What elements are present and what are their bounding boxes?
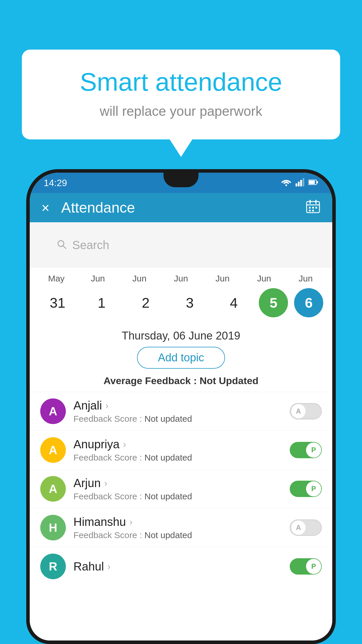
speech-bubble: Smart attendance will replace your paper… [22,50,340,139]
svg-rect-16 [312,210,314,211]
avatar-last: R [40,554,66,579]
battery-icon [308,179,318,187]
app-title: Attendance [61,199,305,216]
feedback-value-anupriya: Not updated [144,453,192,462]
chevron-right-icon: › [106,400,109,411]
svg-rect-14 [315,207,317,209]
wifi-icon [281,178,291,188]
student-info-anupriya: Anupriya › Feedback Score : Not updated [73,438,282,463]
student-info-anjali: Anjali › Feedback Score : Not updated [73,399,282,424]
svg-rect-4 [303,178,304,186]
calendar-dates: 31 1 2 3 4 5 6 [36,285,326,320]
chevron-right-icon: › [108,561,111,572]
cal-date-6[interactable]: 6 [294,288,323,317]
chevron-right-icon: › [129,517,133,527]
student-info-arjun: Arjun › Feedback Score : Not updated [73,477,282,501]
chevron-right-icon: › [104,478,107,489]
feedback-score-anupriya: Feedback Score : Not updated [73,453,282,463]
toggle-knob-last: P [306,559,321,574]
calendar-strip: May Jun Jun Jun Jun Jun Jun 31 1 2 3 4 5… [30,268,332,323]
toggle-anjali[interactable]: A [290,403,322,419]
toggle-arjun[interactable]: P [290,481,322,497]
feedback-value-anjali: Not updated [144,414,192,424]
status-icons [281,178,318,188]
toggle-knob-arjun: P [306,481,321,496]
notch [164,173,198,187]
svg-rect-11 [315,200,317,204]
cal-month-3: Jun [162,274,200,284]
bubble-title: Smart attendance [45,67,317,97]
toggle-himanshu[interactable]: A [290,519,322,536]
toggle-knob-anjali: A [291,404,306,419]
toggle-knob-anupriya: P [306,442,321,458]
toggle-knob-himanshu: A [291,520,306,535]
cal-date-4[interactable]: 4 [215,295,253,311]
close-button[interactable]: × [41,200,50,216]
svg-rect-7 [317,181,318,183]
toggle-anupriya[interactable]: P [290,442,322,458]
avg-feedback-label: Average Feedback : [103,375,197,386]
svg-rect-10 [310,200,311,204]
avatar-anjali: A [40,398,66,424]
student-item-last[interactable]: R Rahul › P [30,547,332,586]
student-name-anupriya: Anupriya › [73,438,282,451]
feedback-score-anjali: Feedback Score : Not updated [73,414,282,424]
search-placeholder: Search [72,239,109,252]
svg-rect-1 [296,183,297,186]
phone-frame: 14:29 [26,169,336,644]
app-bar: × Attendance [30,193,332,222]
student-name-himanshu: Himanshu › [73,515,282,528]
cal-date-2[interactable]: 2 [127,295,165,311]
student-item-anupriya[interactable]: A Anupriya › Feedback Score : Not update… [30,430,332,469]
cal-month-5: Jun [245,274,283,284]
student-name-anjali: Anjali › [73,399,282,412]
search-container: Search [30,222,332,268]
toggle-last[interactable]: P [290,558,322,575]
phone-screen: 14:29 [30,173,332,640]
svg-rect-13 [312,207,314,209]
cal-date-5[interactable]: 5 [259,288,288,317]
signal-icon [296,178,304,188]
avatar-himanshu: H [40,515,66,540]
selected-date-label: Thursday, 06 June 2019 [30,323,332,347]
student-name-arjun: Arjun › [73,477,282,490]
svg-rect-3 [300,180,302,186]
calendar-months: May Jun Jun Jun Jun Jun Jun [36,274,326,285]
student-name-last: Rahul › [73,560,282,573]
feedback-score-himanshu: Feedback Score : Not updated [73,530,282,540]
cal-month-6: Jun [287,274,325,284]
svg-line-18 [63,246,66,249]
add-topic-button[interactable]: Add topic [137,347,225,369]
student-item-himanshu[interactable]: H Himanshu › Feedback Score : Not update… [30,508,332,547]
content-area: Thursday, 06 June 2019 Add topic Average… [30,323,332,640]
svg-rect-12 [309,207,311,209]
phone-inner: 14:29 [30,173,332,640]
svg-rect-9 [307,204,319,205]
avatar-anupriya: A [40,437,66,463]
student-info-himanshu: Himanshu › Feedback Score : Not updated [73,515,282,540]
cal-month-4: Jun [204,274,242,284]
cal-date-0[interactable]: 31 [39,295,77,311]
calendar-icon[interactable] [305,199,321,217]
search-bar[interactable]: Search [46,233,316,257]
search-icon [57,239,67,251]
svg-rect-2 [298,182,300,186]
student-info-last: Rahul › [73,560,282,573]
feedback-score-arjun: Feedback Score : Not updated [73,491,282,501]
cal-month-1: Jun [79,274,117,284]
svg-rect-15 [309,210,311,211]
feedback-value-himanshu: Not updated [144,530,192,540]
chevron-right-icon: › [123,439,126,450]
svg-rect-6 [309,181,315,184]
cal-month-0: May [37,274,75,284]
cal-date-1[interactable]: 1 [83,295,121,311]
svg-point-0 [285,184,287,186]
bubble-subtitle: will replace your paperwork [45,103,317,119]
student-item-arjun[interactable]: A Arjun › Feedback Score : Not updated P [30,469,332,508]
avatar-arjun: A [40,476,66,502]
student-item-anjali[interactable]: A Anjali › Feedback Score : Not updated … [30,392,332,430]
avg-feedback-value: Not Updated [200,375,259,386]
avg-feedback: Average Feedback : Not Updated [30,375,332,386]
student-list: A Anjali › Feedback Score : Not updated … [30,392,332,586]
cal-date-3[interactable]: 3 [171,295,209,311]
